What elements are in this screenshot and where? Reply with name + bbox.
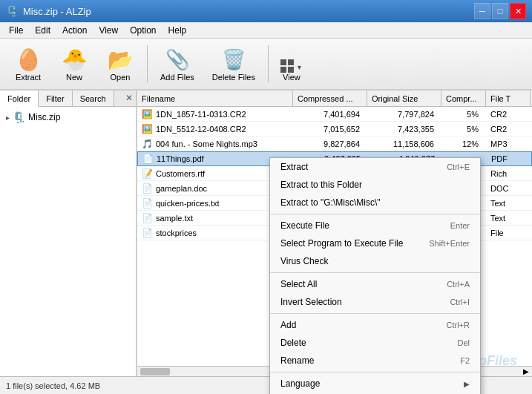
file-type-cell: PDF	[487, 154, 531, 164]
open-label: Open	[111, 73, 131, 82]
context-menu-label: Extract	[280, 162, 447, 172]
close-button[interactable]: ✕	[510, 3, 526, 19]
view-button[interactable]: ▼ View	[273, 42, 310, 85]
file-ratio-cell: 5%	[441, 109, 486, 119]
tab-search[interactable]: Search	[73, 91, 114, 106]
col-header-filename[interactable]: Filename	[137, 91, 293, 106]
context-menu-label: Extract to "G:\Misc\Misc\"	[280, 197, 470, 208]
context-menu-label: Rename	[280, 355, 460, 366]
addfiles-button[interactable]: 📎 Add Files	[152, 42, 203, 85]
title-bar: 🗜️ Misc.zip - ALZip ─ □ ✕	[0, 0, 532, 22]
tab-folder[interactable]: Folder	[0, 91, 39, 107]
context-menu-separator	[270, 214, 480, 214]
context-menu-label: Invert Selection	[280, 297, 450, 307]
context-menu-label: Select All	[280, 279, 447, 289]
open-icon: 📂	[107, 46, 134, 73]
context-menu-item[interactable]: Virus Check	[270, 252, 480, 270]
col-header-compressed[interactable]: Compressed ...	[293, 91, 367, 106]
table-row[interactable]: 🎵 004 fun. - Some Nights.mp3 9,827,864 1…	[137, 137, 532, 151]
app-icon: 🗜️	[6, 5, 19, 17]
context-menu-item[interactable]: Select AllCtrl+A	[270, 275, 480, 293]
tree-arrow-icon: ▸	[6, 114, 10, 122]
file-type-cell: MP3	[486, 139, 531, 149]
tab-filter[interactable]: Filter	[39, 91, 72, 106]
new-button[interactable]: 🐣 New	[52, 42, 96, 85]
col-header-filetype[interactable]: File T	[486, 91, 531, 106]
context-menu-label: Select Program to Execute File	[280, 238, 429, 249]
file-type-icon: 🖼️	[142, 109, 153, 119]
table-row[interactable]: 🖼️ 1DN_1857-11-0313.CR2 7,401,694 7,797,…	[137, 107, 532, 122]
file-type-cell: Text	[486, 198, 531, 209]
file-compressed-cell: 7,401,694	[293, 109, 367, 119]
panel-close-button[interactable]: ✕	[125, 93, 133, 103]
menu-edit[interactable]: Edit	[29, 24, 56, 37]
shortcut-label: Ctrl+I	[450, 298, 470, 306]
file-type-cell: DOC	[486, 183, 531, 194]
shortcut-label: Ctrl+R	[447, 321, 470, 329]
left-tabs: Folder Filter Search ✕	[0, 91, 136, 107]
file-ratio-cell: 5%	[441, 124, 486, 134]
menu-view[interactable]: View	[93, 24, 124, 37]
file-type-icon: 🎵	[142, 139, 153, 149]
file-type-cell: Text	[486, 213, 531, 223]
title-text: Misc.zip - ALZip	[23, 6, 91, 17]
context-menu-separator	[270, 272, 480, 273]
extract-icon: 🥚	[15, 46, 42, 73]
extract-label: Extract	[16, 73, 41, 82]
file-type-icon: 📄	[142, 213, 153, 223]
shortcut-label: Enter	[450, 221, 470, 230]
submenu-arrow-icon: ▶	[464, 380, 470, 388]
context-menu-item[interactable]: DeleteDel	[270, 334, 480, 352]
context-menu-item[interactable]: Select Program to Execute FileShift+Ente…	[270, 234, 480, 252]
zip-icon: 🗜️	[13, 111, 25, 123]
shortcut-label: Shift+Enter	[429, 239, 470, 248]
table-row[interactable]: 🖼️ 1DN_5512-12-0408.CR2 7,015,652 7,423,…	[137, 122, 532, 137]
menu-file[interactable]: File	[3, 24, 29, 37]
deletefiles-label: Delete Files	[212, 73, 255, 82]
context-menu-item[interactable]: Invert SelectionCtrl+I	[270, 293, 480, 311]
file-type-cell: CR2	[486, 124, 531, 134]
context-menu-item[interactable]: Extract to "G:\Misc\Misc\"	[270, 194, 480, 211]
context-menu-item[interactable]: ExtractCtrl+E	[270, 158, 480, 176]
file-type-icon: 📄	[142, 183, 153, 194]
tree-item-misczip[interactable]: ▸ 🗜️ Misc.zip	[3, 110, 133, 125]
menu-action[interactable]: Action	[56, 24, 93, 37]
context-menu-item[interactable]: AddCtrl+R	[270, 316, 480, 334]
file-list-header: Filename Compressed ... Original Size Co…	[137, 91, 532, 107]
context-menu-label: Virus Check	[280, 256, 470, 266]
deletefiles-icon: 🗑️	[220, 46, 247, 73]
toolbar-sep-2	[268, 45, 269, 82]
file-type-cell: CR2	[486, 109, 531, 119]
file-type-cell: Rich	[486, 168, 531, 179]
addfiles-icon: 📎	[164, 46, 191, 73]
context-menu-item[interactable]: Extract to this Folder	[270, 176, 480, 194]
menu-help[interactable]: Help	[162, 24, 193, 37]
scroll-thumb[interactable]	[140, 368, 170, 375]
context-menu-label: Language	[280, 378, 464, 389]
view-label: View	[283, 73, 301, 82]
new-label: New	[66, 73, 82, 82]
file-type-icon: 📄	[142, 228, 153, 238]
toolbar-sep-1	[147, 45, 148, 82]
addfiles-label: Add Files	[160, 73, 194, 82]
col-header-original[interactable]: Original Size	[367, 91, 441, 106]
open-button[interactable]: 📂 Open	[98, 42, 142, 85]
context-menu-item[interactable]: RenameF2	[270, 352, 480, 370]
maximize-button[interactable]: □	[492, 3, 508, 19]
context-menu-label: Add	[280, 320, 447, 330]
menu-option[interactable]: Option	[124, 24, 162, 37]
minimize-button[interactable]: ─	[474, 3, 490, 19]
context-menu: ExtractCtrl+EExtract to this FolderExtra…	[269, 157, 481, 394]
shortcut-label: Del	[457, 338, 470, 347]
folder-tree[interactable]: ▸ 🗜️ Misc.zip	[0, 107, 136, 376]
shortcut-label: Ctrl+A	[447, 280, 470, 289]
context-menu-item[interactable]: Language▶	[270, 375, 480, 393]
deletefiles-button[interactable]: 🗑️ Delete Files	[204, 42, 263, 85]
file-type-icon: 📄	[142, 198, 153, 209]
extract-button[interactable]: 🥚 Extract	[6, 42, 50, 85]
scroll-right-button[interactable]: ▶	[520, 367, 532, 375]
col-header-ratio[interactable]: Compr...	[441, 91, 486, 106]
context-menu-item[interactable]: Execute FileEnter	[270, 217, 480, 234]
new-icon: 🐣	[61, 46, 88, 73]
menu-bar: File Edit Action View Option Help	[0, 22, 532, 39]
